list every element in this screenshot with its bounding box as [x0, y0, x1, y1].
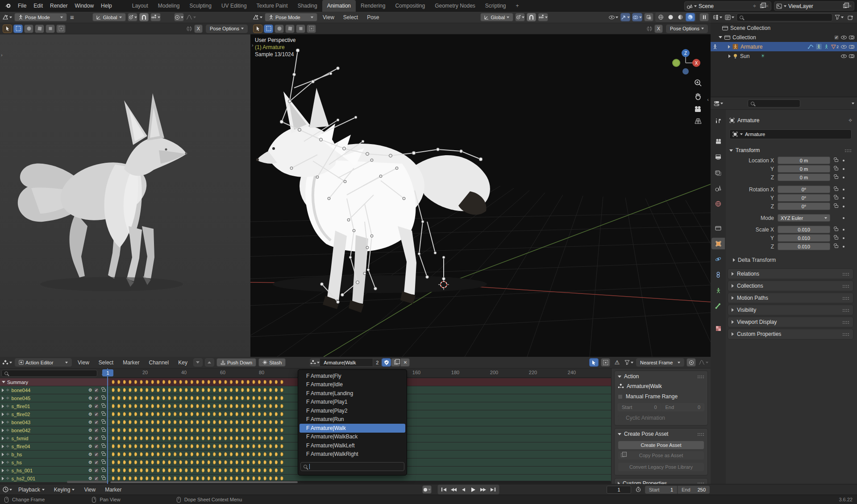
animate-dot[interactable] [843, 229, 845, 231]
menu-channel[interactable]: Channel [146, 358, 173, 367]
action-panel-header[interactable]: Action [618, 373, 704, 380]
manual-frame-range-row[interactable]: Manual Frame Range [618, 393, 704, 400]
channel-row[interactable]: b_hs [0, 450, 109, 458]
sidebar-action-name[interactable]: Armature|Walk [627, 383, 662, 389]
loc-x-field[interactable]: 0 m [778, 157, 830, 164]
tab-animation[interactable]: Animation [322, 0, 356, 12]
menu-marker[interactable]: Marker [101, 485, 125, 494]
lock-icon[interactable] [835, 188, 838, 191]
create-pose-asset-header[interactable]: Create Pose Asset [618, 431, 704, 437]
snap-toggle-magnet-icon[interactable] [527, 13, 536, 21]
select-lasso-icon[interactable] [35, 25, 44, 33]
menu-pose[interactable]: Pose [363, 13, 383, 22]
tab-geometry-nodes[interactable]: Geometry Nodes [430, 0, 480, 12]
object-name-field[interactable]: Armature [729, 129, 852, 139]
mirror-x-button[interactable]: X [654, 25, 663, 33]
tab-collection-icon[interactable] [711, 222, 725, 234]
editor-type-dopesheet-icon[interactable] [2, 358, 12, 367]
play-reverse-button[interactable] [459, 485, 468, 494]
menu-keying[interactable]: Keying [50, 485, 79, 494]
scale-y-field[interactable]: 0.010 [778, 234, 830, 242]
lock-icon[interactable] [835, 245, 838, 248]
channel-row[interactable]: bone044 [0, 386, 109, 394]
animate-dot[interactable] [843, 217, 845, 219]
collection-checkbox[interactable] [834, 35, 839, 40]
tab-object-icon[interactable] [711, 238, 725, 249]
filter-funnel-icon[interactable] [834, 13, 844, 21]
animate-dot[interactable] [843, 160, 845, 161]
select-circle-icon[interactable] [275, 25, 284, 33]
copy-pose-as-asset-button[interactable]: Copy Pose as Asset [618, 451, 704, 460]
tab-layout[interactable]: Layout [127, 0, 153, 12]
current-frame-field[interactable]: 1 [607, 486, 631, 494]
end-frame-field[interactable]: End0 [661, 403, 705, 411]
pin-icon[interactable] [848, 118, 853, 123]
tab-sculpting[interactable]: Sculpting [185, 0, 216, 12]
fake-user-shield-icon[interactable] [382, 358, 391, 367]
scale-z-field[interactable]: 0.010 [778, 243, 830, 250]
use-preview-range-clock-icon[interactable] [633, 485, 643, 494]
animate-dot[interactable] [843, 246, 845, 248]
prev-keyframe-button[interactable] [449, 485, 458, 494]
jump-to-start-button[interactable] [439, 485, 449, 494]
tab-output-icon[interactable] [711, 151, 725, 163]
channel-row[interactable]: bone045 [0, 394, 109, 402]
dropdown-item[interactable]: F Armature|Landing [298, 389, 407, 398]
delta-transform-header[interactable]: Delta Transform [733, 257, 852, 263]
mode-selector[interactable]: Pose Mode [265, 13, 317, 21]
menu-window[interactable]: Window [71, 0, 97, 11]
action-name-field[interactable]: Armature|Walk [320, 358, 373, 367]
tab-modeling[interactable]: Modeling [153, 0, 185, 12]
dropdown-item-selected[interactable]: F Armature|Walk [300, 424, 405, 433]
tab-physics-icon[interactable] [711, 253, 725, 265]
dropdown-search-input[interactable] [300, 462, 404, 471]
new-action-copy-icon[interactable] [391, 358, 400, 367]
custom-properties-panel[interactable]: Custom Properties [614, 478, 708, 484]
menu-playback[interactable]: Playback [15, 485, 48, 494]
tab-shading[interactable]: Shading [293, 0, 322, 12]
dropdown-item[interactable]: F Armature|WalkLeft [298, 441, 407, 450]
cyclic-animation-row[interactable]: Cyclic Animation [618, 415, 704, 421]
tab-scene-icon[interactable] [711, 182, 725, 194]
animate-dot[interactable] [843, 206, 845, 207]
viewport-left-canvas[interactable]: › [0, 34, 250, 357]
dropdown-item[interactable]: F Armature|Run [298, 415, 407, 424]
hamburger-menu-icon[interactable]: ≡ [69, 13, 75, 21]
channel-row[interactable]: s_fxmid [0, 434, 109, 442]
rot-x-field[interactable]: 0° [778, 186, 830, 193]
tab-uv-editing[interactable]: UV Editing [216, 0, 252, 12]
expand-icon[interactable] [719, 36, 722, 38]
tab-bone-icon[interactable] [711, 300, 725, 312]
hide-eye-icon[interactable] [841, 36, 847, 39]
move-tool-icon[interactable] [307, 25, 316, 33]
mode-selector[interactable]: Pose Mode [14, 13, 67, 21]
lock-icon[interactable] [835, 176, 838, 179]
menu-view[interactable]: View [80, 485, 99, 494]
tweak-tool-icon[interactable] [3, 25, 12, 33]
new-collection-icon[interactable] [846, 13, 855, 21]
playhead-frame-badge[interactable]: 1 [102, 369, 113, 376]
snap-toggle-magnet-icon[interactable] [139, 13, 149, 21]
editor-type-outliner-icon[interactable] [712, 13, 723, 21]
stash-button[interactable]: Stash [258, 358, 286, 367]
channel-row[interactable]: s_hs_001 [0, 467, 109, 474]
move-down-icon[interactable] [193, 358, 203, 367]
channel-search-input[interactable] [1, 370, 97, 377]
rot-y-field[interactable]: 0° [778, 194, 830, 202]
channel-row[interactable]: s_ffire02 [0, 410, 109, 418]
panel-collections[interactable]: Collections [728, 281, 853, 291]
menu-marker[interactable]: Marker [119, 358, 143, 367]
editor-type-3dview-icon[interactable] [252, 13, 263, 21]
animate-dot[interactable] [843, 197, 845, 199]
new-viewlayer-icon[interactable] [843, 4, 847, 8]
disable-render-camera-icon[interactable] [849, 54, 854, 58]
manual-frame-range-checkbox[interactable] [618, 394, 623, 399]
menu-help[interactable]: Help [97, 0, 116, 11]
menu-render[interactable]: Render [46, 0, 71, 11]
animate-dot[interactable] [843, 177, 845, 178]
tab-scripting[interactable]: Scripting [480, 0, 511, 12]
animate-dot[interactable] [843, 237, 845, 239]
cyclic-animation-checkbox[interactable] [618, 416, 623, 421]
mirror-icon[interactable] [186, 26, 193, 32]
tab-tool-icon[interactable] [711, 115, 725, 127]
